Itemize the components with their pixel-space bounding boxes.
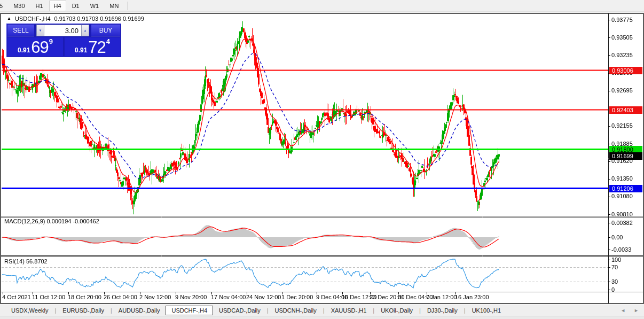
buy-price-sup: 4 (106, 38, 110, 45)
rsi-axis-label: 30 (611, 278, 618, 285)
rsi-axis-label: 0 (611, 286, 615, 293)
timeframe-buttons: 5M30H1H4D1W1MN (0, 1, 124, 11)
chart-symbol-period: USDCHF-,H4 (15, 15, 51, 22)
buy-price-prefix: 0.91 (75, 47, 87, 55)
price-tick-label: 0.90810 (611, 211, 633, 218)
buy-price-display[interactable]: 0.91 72 4 (65, 37, 120, 56)
time-axis-label: 18 Oct 20:00 (68, 294, 101, 300)
time-axis-label: 7 Jan 12:00 (426, 294, 457, 300)
sell-button[interactable]: SELL (7, 25, 34, 36)
tabs-scroll-right-icon[interactable]: ► (634, 307, 639, 314)
chart-header: ▲ USDCHF-,H4 0.91703 0.91703 0.91696 0.9… (7, 15, 144, 22)
chart-tab-usdcad-daily[interactable]: USDCAD-,Daily (213, 306, 266, 315)
chart-tabs: USDX,Weekly|EURUSD-,Daily|AUDUSD-,DailyU… (5, 306, 507, 315)
time-axis-label: 11 Oct 12:00 (32, 294, 65, 300)
collapse-arrow-icon[interactable]: ▲ (7, 17, 11, 21)
volume-decrease-button[interactable]: ▼ (36, 25, 44, 36)
time-axis-label: 9 Nov 20:00 (175, 294, 207, 300)
price-badge: 0.91699 (609, 152, 642, 160)
macd-title: MACD(12,26,9) (4, 218, 45, 224)
price-tick-label: 0.93505 (611, 34, 633, 41)
time-axis-label: 1 Dec 20:00 (281, 294, 313, 300)
price-badge: 0.92403 (609, 106, 642, 114)
price-tick-label: 0.93775 (611, 17, 633, 24)
time-axis-label: 26 Oct 04:00 (104, 294, 137, 300)
rsi-axis-label: 100 (611, 256, 621, 263)
chart-tab-dj30-daily[interactable]: DJ30-,Daily (421, 306, 464, 315)
timeframe-button-h4[interactable]: H4 (49, 1, 66, 11)
price-tick-label: 0.91350 (611, 175, 633, 182)
time-axis-label: 4 Oct 2021 (2, 294, 31, 300)
chart-overlays: ▲ USDCHF-,H4 0.91703 0.91703 0.91696 0.9… (0, 0, 644, 319)
price-tick-label: 0.92695 (611, 87, 633, 94)
price-tick-label: 0.93235 (611, 52, 633, 59)
time-axis-label: 17 Nov 04:00 (211, 294, 246, 300)
rsi-value: 56.8702 (26, 258, 48, 264)
timeframe-button-h1[interactable]: H1 (31, 1, 48, 11)
chart-tab-uk100-h1[interactable]: UK100-,H1 (466, 306, 507, 315)
one-click-trading-panel: SELL ▼ ▲ BUY 0.91 69 9 0.91 72 4 (6, 24, 121, 57)
macd-indicator-label: MACD(12,26,9) 0.000194 -0.000462 (4, 218, 99, 224)
price-tick-label: 0.91080 (611, 193, 633, 200)
toolbar-separator (127, 2, 128, 10)
buy-price-big: 72 (88, 41, 105, 55)
volume-input[interactable] (44, 25, 81, 36)
time-axis-label: 24 Nov 12:00 (246, 294, 281, 300)
timeframe-button-m30[interactable]: M30 (9, 1, 29, 11)
time-axis-label: 2 Nov 12:00 (139, 294, 171, 300)
tabs-scroll-left-icon[interactable]: ◄ (621, 307, 625, 314)
volume-spinner: ▼ ▲ (36, 25, 89, 36)
timeframe-button-d1[interactable]: D1 (67, 1, 84, 11)
chart-tab-usdx-weekly[interactable]: USDX,Weekly (5, 306, 54, 315)
chart-tab-eurusd-daily[interactable]: EURUSD-,Daily (57, 306, 110, 315)
sell-price-prefix: 0.91 (18, 47, 30, 55)
chart-tab-xauusd-h1[interactable]: XAUUSD-,H1 (325, 306, 373, 315)
up-arrow-icon: ▲ (84, 29, 87, 32)
macd-axis-label: 0.00382 (611, 220, 633, 227)
price-badge: 0.93006 (609, 67, 642, 74)
price-badge: 0.91206 (609, 185, 642, 192)
macd-values: 0.000194 -0.000462 (46, 218, 99, 224)
timeframe-toolbar: 5M30H1H4D1W1MN (0, 0, 644, 12)
chart-tab-usdcnh-daily[interactable]: USDCNH-,Daily (269, 306, 323, 315)
macd-axis-label: -0.0033 (611, 246, 631, 253)
sell-price-sup: 9 (49, 38, 53, 45)
sell-price-display[interactable]: 0.91 69 9 (7, 37, 63, 56)
rsi-axis-label: 70 (611, 264, 618, 271)
time-axis-label: 16 Jan 23:00 (455, 294, 489, 300)
rsi-indicator-label: RSI(14) 56.8702 (4, 258, 48, 264)
volume-increase-button[interactable]: ▲ (81, 25, 89, 36)
timeframe-button-5[interactable]: 5 (0, 1, 7, 11)
chart-tab-ukoil-daily[interactable]: UKOil-,Daily (375, 306, 419, 315)
down-arrow-icon: ▼ (39, 29, 42, 32)
price-tick-label: 0.92155 (611, 122, 633, 129)
timeframe-button-mn[interactable]: MN (105, 1, 123, 11)
macd-axis-label: 0.00 (611, 234, 623, 241)
chart-tab-audusd-daily[interactable]: AUDUSD-,Daily (113, 306, 166, 315)
trading-terminal: { "toolbar": { "items": [ {"label": "5",… (0, 0, 644, 319)
chart-tab-usdchf-h4[interactable]: USDCHF-,H4 (166, 306, 213, 315)
status-bar (0, 316, 644, 319)
tab-scroll-arrows: ◄ ► (621, 307, 639, 314)
sell-price-big: 69 (31, 41, 48, 55)
rsi-title: RSI(14) (4, 258, 25, 264)
timeframe-button-w1[interactable]: W1 (85, 1, 104, 11)
buy-button[interactable]: BUY (91, 25, 120, 36)
chart-ohlc-values: 0.91703 0.91703 0.91696 0.91699 (54, 15, 144, 22)
chart-tab-bar: USDX,Weekly|EURUSD-,Daily|AUDUSD-,DailyU… (0, 305, 644, 316)
